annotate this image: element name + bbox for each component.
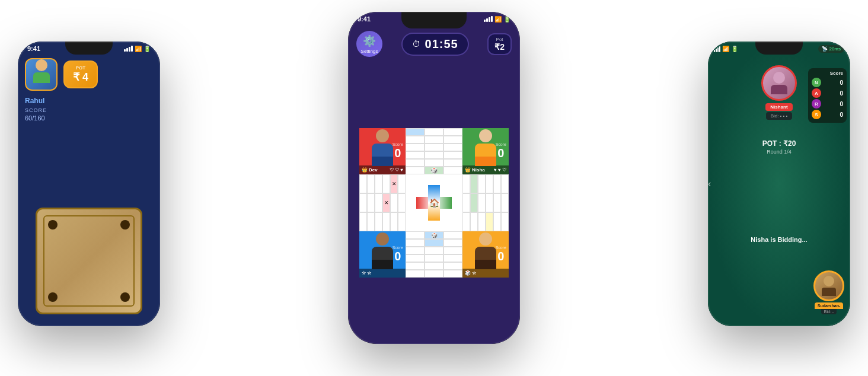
path-cell <box>367 212 375 231</box>
path-cell <box>406 167 425 174</box>
path-cell <box>443 136 462 144</box>
path-cell <box>425 247 443 254</box>
path-cell <box>486 212 493 231</box>
path-cell <box>486 174 493 193</box>
carrom-header: POT ₹ 4 <box>18 53 160 95</box>
left-notch <box>65 42 113 55</box>
nishant-bid-value: • • • <box>780 113 787 119</box>
star-icon: 🏠 <box>429 198 439 208</box>
blue-score-label: Score <box>392 246 403 250</box>
signal-icon <box>484 16 493 22</box>
path-cell <box>398 174 406 193</box>
path-cell <box>443 167 462 174</box>
path-cell <box>493 212 501 231</box>
battery-icon: 🔋 <box>503 16 510 23</box>
path-cell <box>470 193 478 212</box>
center-time: 9:41 <box>358 15 371 23</box>
chevron-left-icon[interactable]: ‹ <box>708 179 711 189</box>
sudarshan-player: Sudarshan- Bid: - <box>813 270 844 314</box>
dev-name: Dev <box>369 167 378 173</box>
player-dot-a: A <box>812 88 821 98</box>
ping-value: 20ms <box>829 46 841 52</box>
path-cell <box>425 136 443 144</box>
sudarshan-name-badge: Sudarshan- <box>815 302 844 309</box>
path-cell <box>367 174 375 193</box>
path-cell <box>501 193 509 212</box>
wifi-icon: 📶 <box>722 46 729 52</box>
nishant-head <box>773 72 785 84</box>
path-cell <box>425 144 443 151</box>
score-label: SCORE <box>18 106 160 114</box>
red-player-section: Score 0 👑 Dev ♡ ♡ ♥ <box>359 128 406 174</box>
blue-score-value: 0 <box>392 250 403 263</box>
yellow-dice: 🎲 ☆ <box>465 270 476 276</box>
path-cell <box>359 212 367 231</box>
nisha-body <box>475 144 496 157</box>
path-cell <box>443 144 462 151</box>
path-cell <box>406 254 425 262</box>
ludo-quad-blue: Score 0 ☆ ☆ <box>359 231 406 278</box>
path-cell <box>406 247 425 254</box>
score-panel-title: Score <box>812 71 843 76</box>
left-phone: 9:41 📶 🔋 <box>18 42 160 326</box>
x-mark: ✕ <box>391 175 397 193</box>
left-status-icons: 📶 🔋 <box>124 46 151 52</box>
nisha-legs <box>475 157 496 166</box>
path-cell <box>406 128 425 136</box>
dice-icon: 🎲 <box>425 167 443 174</box>
path-cell: 🎲 <box>425 231 443 239</box>
path-cell <box>443 270 462 278</box>
center-notch <box>401 12 467 28</box>
dev-legs <box>372 157 393 166</box>
yellow-player-section: Score 0 🎲 ☆ <box>462 231 509 278</box>
nisha-head <box>479 129 492 142</box>
nisha-name: Nisha <box>472 167 485 173</box>
settings-label: Settings <box>361 49 378 54</box>
path-cell <box>470 212 478 231</box>
path-cell <box>390 193 398 212</box>
battery-icon: 🔋 <box>143 46 151 52</box>
player-dot-s: S <box>812 110 821 119</box>
score-s: 0 <box>840 111 843 118</box>
avatar-figure <box>27 58 56 91</box>
pot-badge-label: Pot <box>494 37 505 42</box>
path-cell <box>359 174 367 193</box>
nishant-bid-label: Bid: <box>771 113 779 119</box>
blue-legs <box>372 260 393 269</box>
path-cell <box>375 174 382 193</box>
timer-display: ⏱ 01:55 <box>401 33 469 56</box>
gear-icon: ⚙️ <box>363 34 376 47</box>
card-table: 📶 🔋 📡 20ms Score N 0 <box>708 42 850 326</box>
path-cell <box>501 174 509 193</box>
yellow-head <box>479 232 492 246</box>
path-cell: 🎲 <box>425 167 443 174</box>
sudarshan-avatar <box>813 270 844 301</box>
carrom-hole-tl <box>48 220 58 230</box>
sudarshan-figure <box>822 276 836 296</box>
pot-info-amount: POT : ₹20 <box>762 139 796 148</box>
sudarshan-bid-label: Bid: <box>824 310 831 314</box>
nisha-score-label: Score <box>496 142 506 146</box>
wifi-icon: 📶 <box>494 16 502 23</box>
path-cell <box>478 174 486 193</box>
ludo-path-right <box>462 174 509 231</box>
x-mark: ✕ <box>383 194 390 212</box>
pot-amount: ₹ 4 <box>73 71 88 84</box>
path-cell <box>443 159 462 167</box>
player-dot-n: N <box>812 78 821 87</box>
sudarshan-head <box>824 276 834 286</box>
nishant-avatar <box>761 65 797 101</box>
avatar-head <box>36 59 47 71</box>
nishant-bid-badge: Bid: • • • <box>766 112 793 120</box>
path-cell <box>406 239 425 247</box>
player-name: Rahul <box>18 95 160 106</box>
path-cell <box>425 254 443 262</box>
settings-button[interactable]: ⚙️ Settings <box>356 31 382 57</box>
score-r: 0 <box>840 101 843 107</box>
center-phone: 9:41 📶 🔋 ⚙️ Settings <box>348 12 520 344</box>
score-panel: Score N 0 A 0 R 0 S 0 <box>808 68 847 123</box>
path-cell <box>443 239 462 247</box>
path-cell <box>443 254 462 262</box>
blue-stars: ☆ ☆ <box>362 270 371 276</box>
dev-score-value: 0 <box>392 146 403 160</box>
